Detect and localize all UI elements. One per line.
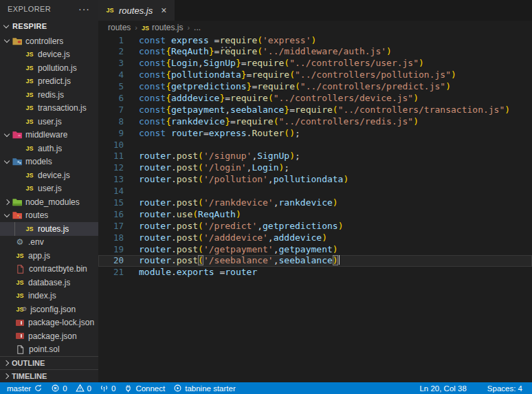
line-number[interactable]: 19 <box>98 244 129 256</box>
panel-outline[interactable]: OUTLINE <box>0 356 98 369</box>
tree-item-index.js[interactable]: JSindex.js <box>0 289 98 303</box>
line-number[interactable]: 9 <box>98 128 129 140</box>
status-item-0[interactable]: 0 <box>96 382 120 394</box>
line-number[interactable]: 7 <box>98 105 129 116</box>
code-line-10[interactable]: 10 <box>98 140 532 151</box>
code-line-3[interactable]: 3const{Login,SignUp}=require("../control… <box>98 58 532 69</box>
code-line-8[interactable]: 8const{rankdevice}=require("../controlle… <box>98 116 532 128</box>
line-number[interactable]: 12 <box>98 162 129 174</box>
code-line-4[interactable]: 4const{pollutiondata}=require("../contro… <box>98 69 532 81</box>
code-token: . <box>171 232 177 243</box>
tree-folder-routes[interactable]: routes <box>0 209 98 223</box>
code-token: router <box>139 209 171 219</box>
tree-item-jsconfig.json[interactable]: JS⚙jsconfig.json <box>0 303 98 316</box>
breadcrumb-item-...[interactable]: ... <box>194 23 201 32</box>
line-content <box>129 186 139 197</box>
tree-item-predict.js[interactable]: JSpredict.js <box>0 75 98 89</box>
more-actions-icon[interactable]: ··· <box>78 6 90 12</box>
workspace-root[interactable]: RESPIRE <box>0 18 98 34</box>
code-token: "../controllers/predict.js" <box>300 81 445 91</box>
status-item-0[interactable]: 0 <box>71 382 96 394</box>
code-line-18[interactable]: 18router.post('/adddevice',adddevice) <box>98 232 532 244</box>
status-item-master[interactable]: master <box>3 382 47 394</box>
tree-folder-controllers[interactable]: controllers <box>0 34 98 48</box>
tree-item-app.js[interactable]: JSapp.js <box>0 249 98 263</box>
status-item-tabnine-starter[interactable]: tabnine starter <box>169 382 240 394</box>
status-item-ln-20-col-38[interactable]: Ln 20, Col 38 <box>415 382 470 394</box>
tree-folder-middleware[interactable]: middleware <box>0 129 98 142</box>
code-token: const <box>139 35 171 45</box>
line-number[interactable]: 15 <box>98 197 129 209</box>
line-number[interactable]: 14 <box>98 186 129 197</box>
panel-timeline[interactable]: TIMELINE <box>0 369 98 382</box>
tree-item-pollution.js[interactable]: JSpollution.js <box>0 61 98 75</box>
breadcrumb-item-routes.js[interactable]: JSroutes.js <box>142 23 183 32</box>
code-line-14[interactable]: 14 <box>98 186 532 197</box>
status-item-0[interactable]: 0 <box>47 382 71 394</box>
code-line-12[interactable]: 12router.post('/login',Login); <box>98 162 532 174</box>
tab-label: routes.js <box>119 6 153 16</box>
line-number[interactable]: 13 <box>98 174 129 186</box>
code-line-2[interactable]: 2const{ReqAuth}=require('../middleware/a… <box>98 46 532 58</box>
tree-folder-node_modules[interactable]: node_modules <box>0 195 98 209</box>
code-token: exports <box>177 267 220 277</box>
line-number[interactable]: 10 <box>98 140 129 151</box>
tab-routes.js[interactable]: JSroutes.js× <box>98 0 175 21</box>
tree-item-point.sol[interactable]: point.sol <box>0 343 98 357</box>
code-token: require <box>230 93 268 103</box>
code-line-19[interactable]: 19router.post('/getpayment',getpayment) <box>98 244 532 256</box>
code-token: = <box>203 128 209 138</box>
code-token: post <box>177 174 198 184</box>
code-line-7[interactable]: 7const{getpayment,seebalance}=require(".… <box>98 105 532 116</box>
tree-item-auth.js[interactable]: JSauth.js <box>0 142 98 155</box>
tree-item-package.json[interactable]: package.json <box>0 329 98 343</box>
tree-item-user.js[interactable]: JSuser.js <box>0 182 98 196</box>
code-line-13[interactable]: 13router.post('/pollution',pollutiondata… <box>98 174 532 186</box>
tree-item-package-lock.json[interactable]: package-lock.json <box>0 316 98 330</box>
explorer-header: EXPLORER ··· <box>0 0 98 18</box>
tree-item-contractbyte.bin[interactable]: contractbyte.bin <box>0 263 98 276</box>
line-number[interactable]: 6 <box>98 93 129 105</box>
line-content: router.post('/rankdevice',rankdevice) <box>129 197 338 209</box>
tree-item-routes.js[interactable]: JSroutes.js <box>0 222 98 236</box>
code-line-5[interactable]: 5const{getpredictions}=require("../contr… <box>98 81 532 93</box>
line-number[interactable]: 1 <box>98 35 129 47</box>
code-line-16[interactable]: 16router.use(ReqAuth) <box>98 209 532 221</box>
breadcrumb-item-routes[interactable]: routes <box>108 23 131 32</box>
js-icon: JS <box>25 185 34 192</box>
code-line-21[interactable]: 21module.exports =router <box>98 267 532 278</box>
code-line-9[interactable]: 9const router=express.Router(); <box>98 128 532 140</box>
code-token: seebalance <box>279 255 333 265</box>
code-line-15[interactable]: 15router.post('/rankdevice',rankdevice) <box>98 197 532 209</box>
tree-item-device.js[interactable]: JSdevice.js <box>0 168 98 182</box>
tree-item-database.js[interactable]: JSdatabase.js <box>0 276 98 289</box>
status-item-spaces-4[interactable]: Spaces: 4 <box>483 382 527 394</box>
tree-folder-models[interactable]: models <box>0 155 98 169</box>
tree-item-user.js[interactable]: JSuser.js <box>0 115 98 129</box>
line-number[interactable]: 2 <box>98 46 129 58</box>
code-token: router <box>139 151 171 161</box>
status-item-connect[interactable]: Connect <box>120 382 169 394</box>
line-number[interactable]: 21 <box>98 267 129 278</box>
breadcrumb-separator: › <box>187 23 190 32</box>
js-icon: JS <box>142 25 149 32</box>
line-number[interactable]: 18 <box>98 232 129 244</box>
code-line-6[interactable]: 6const{adddevice}=require("../controller… <box>98 93 532 105</box>
code-line-20[interactable]: 20router.post('/seebalance',seebalance) <box>98 255 532 267</box>
line-number[interactable]: 20 <box>98 255 129 267</box>
line-number[interactable]: 8 <box>98 116 129 128</box>
close-icon[interactable]: × <box>159 6 168 15</box>
line-number[interactable]: 17 <box>98 221 129 232</box>
line-number[interactable]: 3 <box>98 58 129 69</box>
tree-item-transaction.js[interactable]: JStransaction.js <box>0 102 98 116</box>
line-number[interactable]: 5 <box>98 81 129 93</box>
code-line-11[interactable]: 11router.post('/signup',SignUp); <box>98 151 532 162</box>
code-line-1[interactable]: 1const express =require('express') <box>98 35 532 47</box>
line-number[interactable]: 11 <box>98 151 129 162</box>
tree-item-.env[interactable]: ⚙.env <box>0 236 98 250</box>
line-number[interactable]: 4 <box>98 69 129 81</box>
line-number[interactable]: 16 <box>98 209 129 221</box>
tree-item-device.js[interactable]: JSdevice.js <box>0 48 98 62</box>
tree-item-redis.js[interactable]: JSredis.js <box>0 88 98 102</box>
code-line-17[interactable]: 17router.post('/predict',getpredictions) <box>98 221 532 232</box>
